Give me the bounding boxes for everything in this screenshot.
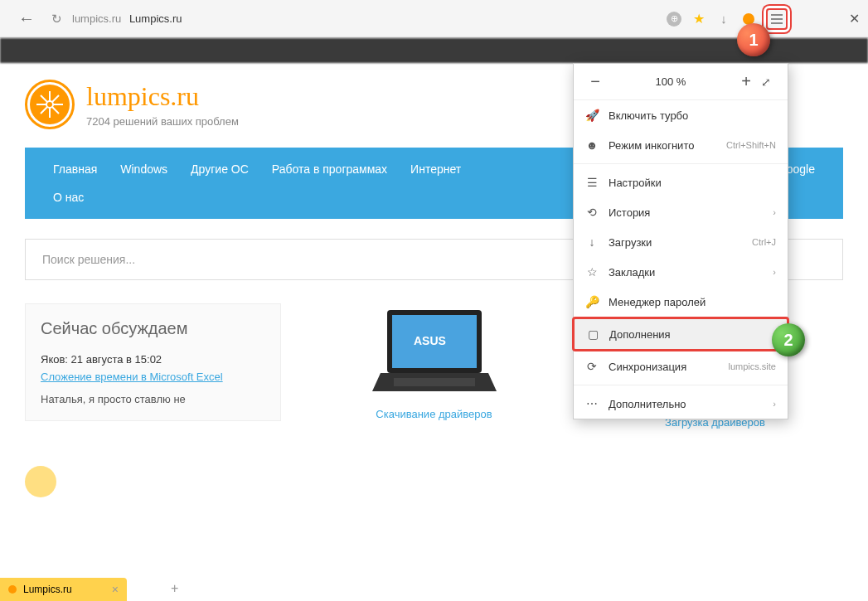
nav-windows[interactable]: Windows — [109, 148, 179, 191]
nav-programs[interactable]: Работа в программах — [260, 148, 399, 191]
key-icon: 🔑 — [585, 295, 599, 308]
history-icon: ⟲ — [585, 206, 599, 219]
protect-icon[interactable]: ⊕ — [667, 12, 681, 27]
svg-point-0 — [46, 101, 53, 108]
settings-icon: ☰ — [585, 176, 599, 189]
back-button[interactable]: ← — [8, 9, 45, 28]
svg-line-5 — [41, 95, 47, 102]
tab-favicon — [8, 585, 17, 594]
url-title: Lumpics.ru — [129, 12, 182, 25]
laptop-card[interactable]: ASUS Скачивание драйверов — [306, 303, 562, 429]
annotation-badge-1: 1 — [737, 23, 770, 56]
chevron-right-icon: › — [773, 207, 776, 217]
site-title[interactable]: lumpics.ru — [86, 81, 239, 112]
main-menu-button[interactable] — [766, 8, 788, 30]
comment-reply: Наталья, я просто ставлю не — [41, 393, 265, 405]
chevron-right-icon: › — [773, 267, 776, 277]
comment-link[interactable]: Сложение времени в Microsoft Excel — [41, 371, 223, 383]
sync-icon: ⟳ — [585, 360, 599, 373]
svg-line-8 — [41, 107, 47, 114]
reload-button[interactable]: ↻ — [45, 12, 69, 27]
incognito-icon: ☻ — [585, 138, 599, 152]
zoom-out-button[interactable]: − — [585, 72, 605, 91]
zoom-value: 100 % — [605, 75, 736, 88]
new-tab-button[interactable]: + — [171, 581, 178, 596]
site-tagline: 7204 решений ваших проблем — [86, 115, 239, 128]
rocket-icon: 🚀 — [585, 109, 599, 122]
address-bar[interactable]: lumpics.ru Lumpics.ru — [72, 12, 182, 25]
menu-separator — [574, 163, 788, 164]
nav-home[interactable]: Главная — [41, 148, 109, 191]
menu-incognito[interactable]: ☻Режим инкогнитоCtrl+Shift+N — [574, 130, 788, 160]
addon-icon: ▢ — [586, 327, 599, 341]
url-domain: lumpics.ru — [72, 12, 121, 25]
svg-rect-12 — [394, 378, 475, 386]
site-logo[interactable] — [25, 80, 75, 129]
svg-line-6 — [52, 107, 59, 114]
discussion-title: Сейчас обсуждаем — [41, 319, 265, 338]
menu-separator — [574, 385, 788, 385]
laptop-image: ASUS — [364, 303, 505, 403]
laptop-link[interactable]: Скачивание драйверов — [306, 408, 562, 420]
menu-passwords[interactable]: 🔑Менеджер паролей — [574, 287, 788, 317]
bookmark-star-icon[interactable]: ★ — [693, 11, 705, 27]
browser-main-menu: − 100 % + ⤢ 🚀Включить турбо ☻Режим инког… — [573, 63, 788, 419]
menu-turbo[interactable]: 🚀Включить турбо — [574, 100, 788, 130]
more-icon: ⋯ — [585, 397, 599, 410]
chevron-right-icon: › — [773, 399, 776, 409]
svg-line-7 — [52, 95, 59, 102]
comment-author: Яков: 21 августа в 15:02 — [41, 353, 265, 366]
nav-other-os[interactable]: Другие ОС — [179, 148, 260, 191]
taskbar-tab[interactable]: Lumpics.ru × — [0, 578, 127, 601]
menu-more[interactable]: ⋯Дополнительно› — [574, 389, 788, 419]
nav-internet[interactable]: Интернет — [399, 148, 473, 191]
tab-label: Lumpics.ru — [23, 584, 72, 595]
star-icon: ☆ — [585, 265, 599, 279]
menu-sync[interactable]: ⟳Синхронизацияlumpics.site — [574, 351, 788, 381]
download-icon: ↓ — [585, 235, 599, 249]
menu-downloads[interactable]: ↓ЗагрузкиCtrl+J — [574, 227, 788, 257]
fullscreen-icon[interactable]: ⤢ — [756, 75, 776, 89]
menu-bookmarks[interactable]: ☆Закладки› — [574, 257, 788, 287]
menu-history[interactable]: ⟲История› — [574, 197, 788, 227]
menu-settings[interactable]: ☰Настройки — [574, 167, 788, 197]
downloads-icon[interactable]: ↓ — [716, 12, 731, 27]
zoom-in-button[interactable]: + — [736, 72, 756, 91]
floating-help-button[interactable] — [25, 466, 56, 497]
window-close-button[interactable]: ✕ — [849, 11, 860, 27]
menu-addons[interactable]: ▢Дополнения — [572, 317, 789, 351]
discussion-card: Сейчас обсуждаем Яков: 21 августа в 15:0… — [25, 303, 281, 421]
annotation-badge-2: 2 — [772, 323, 805, 356]
zoom-controls: − 100 % + ⤢ — [574, 64, 788, 100]
tab-close-icon[interactable]: × — [112, 583, 119, 596]
svg-text:ASUS: ASUS — [414, 334, 446, 347]
